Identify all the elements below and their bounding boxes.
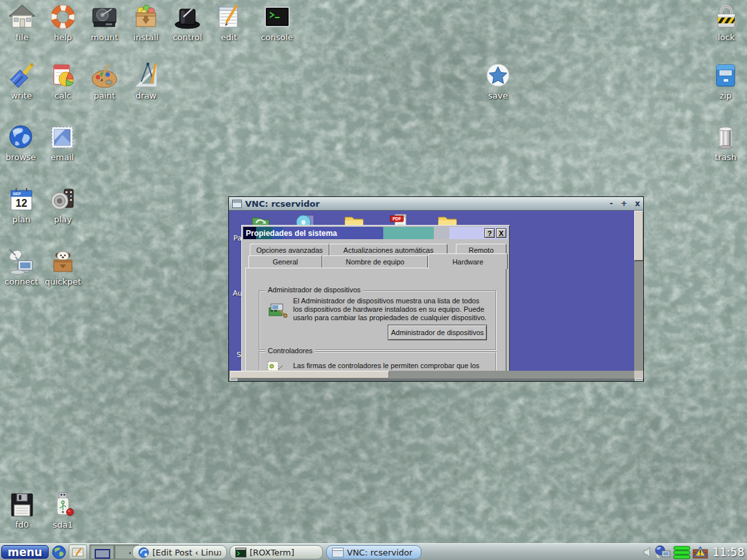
vnc-bottom-frame <box>229 379 643 381</box>
icon-label: play <box>54 215 72 224</box>
vnc-resize-handle-left[interactable] <box>230 379 237 381</box>
desktop-icon-console[interactable]: console <box>255 5 298 42</box>
icon-label: install <box>134 32 159 42</box>
task-button-roxterm[interactable]: [ROXTerm] <box>230 545 323 559</box>
desktop-icon-file[interactable]: file <box>1 3 43 42</box>
stamp-icon <box>48 123 77 152</box>
device-manager-button[interactable]: Administrador de dispositivos <box>388 325 487 340</box>
desktop-icon-plan[interactable]: SEP 12 plan <box>0 185 43 224</box>
hardware-tab-page: Administrador de dispositivos El Adminis… <box>245 268 506 371</box>
tab-general[interactable]: General <box>248 255 322 268</box>
desktop-icon-zip[interactable]: zip <box>704 62 747 100</box>
padlock-icon <box>712 3 741 32</box>
desktop-icon-fd0[interactable]: fd0 <box>1 491 43 530</box>
desktop-icon-connect[interactable]: connect <box>0 248 43 286</box>
desktop-icon-mount[interactable]: mount <box>83 3 126 42</box>
tab-nombre-de-equipo[interactable]: Nombre de equipo <box>322 255 428 268</box>
vnc-resize-handle-right[interactable] <box>635 379 643 381</box>
desktop-icon-lock[interactable]: lock <box>705 3 747 42</box>
drivers-group-title: Controladores <box>265 347 315 355</box>
icon-label: draw <box>136 91 156 100</box>
dialog-close-button[interactable]: X <box>496 228 506 238</box>
task-label: [ROXTerm] <box>250 548 294 557</box>
vnc-titlebar[interactable]: VNC: rcservidor - + x <box>229 197 643 211</box>
firewall-icon[interactable] <box>693 546 708 559</box>
save-star-icon <box>484 62 512 90</box>
desktop-icon-trash[interactable]: trash <box>704 123 747 162</box>
system-properties-dialog: Propiedades del sistema ? X Opciones ava… <box>241 225 510 371</box>
vnc-vertical-scrollbar[interactable] <box>634 211 643 371</box>
tab-hardware[interactable]: Hardware <box>428 253 508 269</box>
icon-label: quickpet <box>45 277 81 286</box>
vnc-window-icon <box>232 200 242 208</box>
vnc-horizontal-scrollbar[interactable] <box>229 371 634 379</box>
draw-icon <box>132 62 160 90</box>
write-brush-icon <box>7 62 36 90</box>
dialog-help-button[interactable]: ? <box>484 228 495 238</box>
taskbar-notes-button[interactable] <box>69 544 87 559</box>
palette-icon <box>90 62 119 90</box>
desktop-icon-save[interactable]: save <box>477 62 519 100</box>
icon-label: browse <box>6 152 36 162</box>
desktop-icon-control[interactable]: control <box>166 3 209 42</box>
menu-button[interactable]: menu <box>1 545 49 559</box>
vnc-viewport[interactable]: PDF Pa Aus S Propiedades del sistema ? X… <box>229 211 643 371</box>
svg-text:12: 12 <box>16 198 27 209</box>
desktop-icon-sda1[interactable]: sda1 <box>42 491 84 530</box>
house-icon <box>8 3 36 32</box>
icon-label: control <box>172 32 202 42</box>
satellite-icon <box>7 248 36 276</box>
network-icon[interactable] <box>654 545 671 559</box>
icon-label: calc <box>54 91 71 100</box>
remote-partial-label: Pa <box>233 234 242 242</box>
desktop-icon-quickpet[interactable]: quickpet <box>42 248 84 286</box>
icon-label: help <box>54 32 72 42</box>
task-button-edit-post[interactable]: [Edit Post ‹ Linux... <box>132 545 227 559</box>
vnc-vertical-scrollbar-thumb[interactable] <box>634 211 643 261</box>
workspace-pager[interactable] <box>89 544 139 559</box>
media-player-icon <box>49 185 77 214</box>
pager-active-window <box>95 549 110 559</box>
vnc-minimize-button[interactable]: - <box>610 200 613 207</box>
desktop-icon-draw[interactable]: draw <box>124 62 167 100</box>
vnc-horizontal-scrollbar-thumb[interactable] <box>230 371 389 379</box>
taskbar-globe-icon[interactable] <box>52 545 66 559</box>
task-button-vnc[interactable]: VNC: rcservidor <box>326 545 421 559</box>
drivers-description: Las firmas de controladores le permiten … <box>293 362 488 370</box>
tab-opciones-avanzadas[interactable]: Opciones avanzadas <box>250 244 329 257</box>
desktop-icon-paint[interactable]: paint <box>83 62 126 100</box>
desktop-icon-email[interactable]: email <box>41 123 84 162</box>
device-manager-group-title: Administrador de dispositivos <box>265 286 363 294</box>
icon-label: fd0 <box>15 520 29 530</box>
desktop-icon-calc[interactable]: calc <box>42 62 84 100</box>
desktop-icon-edit[interactable]: edit <box>208 3 250 42</box>
globe-icon <box>6 123 35 152</box>
vnc-window-title: VNC: rcservidor <box>245 199 610 209</box>
memory-monitor-icon[interactable] <box>673 546 691 559</box>
device-manager-icon <box>267 299 288 320</box>
desktop-icon-help[interactable]: help <box>42 3 84 42</box>
icon-label: plan <box>12 215 30 224</box>
quickpet-icon <box>49 248 77 276</box>
vnc-scrollbar-corner <box>634 371 643 379</box>
lifebuoy-icon <box>49 3 77 32</box>
svg-text:SEP: SEP <box>13 192 21 196</box>
vnc-close-button[interactable]: x <box>635 200 640 207</box>
install-box-icon <box>132 3 160 32</box>
icon-label: sda1 <box>53 520 73 530</box>
harddrive-icon <box>90 3 119 32</box>
pager-desktop-1[interactable] <box>89 544 114 559</box>
desktop-icon-install[interactable]: install <box>124 3 167 42</box>
vnc-task-icon <box>332 548 344 557</box>
system-tray: 11:58 <box>643 544 744 560</box>
dialog-titlebar[interactable]: Propiedades del sistema ? X <box>243 227 508 239</box>
icon-label: edit <box>221 32 237 42</box>
taskbar-clock: 11:58 <box>713 546 744 559</box>
desktop-icon-play[interactable]: play <box>42 185 84 224</box>
vnc-maximize-button[interactable]: + <box>621 200 627 207</box>
desktop-icon-write[interactable]: write <box>0 62 43 100</box>
pager-dot <box>129 552 131 554</box>
tophat-icon <box>173 3 202 32</box>
desktop-icon-browse[interactable]: browse <box>0 123 42 162</box>
volume-icon[interactable] <box>643 546 652 558</box>
